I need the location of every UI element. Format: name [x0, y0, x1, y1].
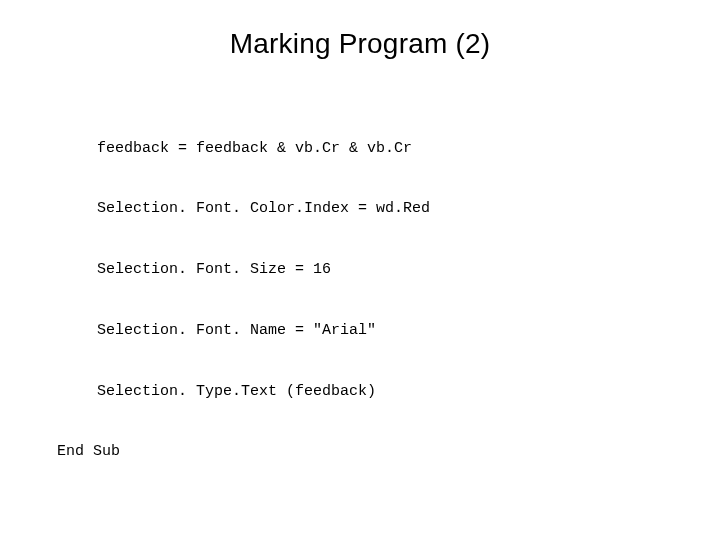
code-line-2: Selection. Font. Color.Index = wd.Red	[57, 199, 665, 219]
code-line-3: Selection. Font. Size = 16	[57, 260, 665, 280]
code-line-6: End Sub	[57, 442, 665, 462]
code-block: feedback = feedback & vb.Cr & vb.Cr Sele…	[55, 98, 665, 503]
code-line-5: Selection. Type.Text (feedback)	[57, 382, 665, 402]
slide-container: Marking Program (2) feedback = feedback …	[0, 0, 720, 540]
slide-title: Marking Program (2)	[55, 28, 665, 60]
code-line-1: feedback = feedback & vb.Cr & vb.Cr	[57, 139, 665, 159]
code-line-4: Selection. Font. Name = "Arial"	[57, 321, 665, 341]
